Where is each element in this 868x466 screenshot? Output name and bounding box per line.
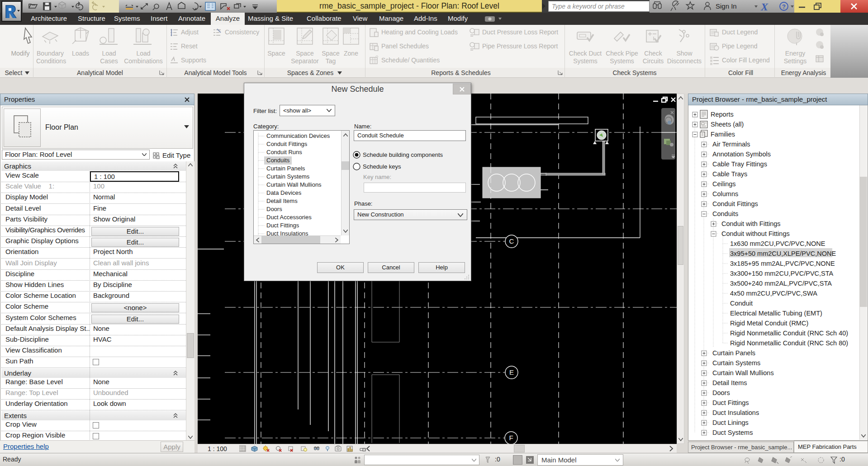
svg-text:X: X [760, 1, 768, 13]
svg-text:Sign In: Sign In [716, 2, 737, 10]
svg-text:?: ? [782, 3, 786, 10]
svg-text:E: E [509, 368, 514, 376]
svg-text:F: F [509, 434, 513, 442]
svg-text:C: C [509, 237, 514, 245]
